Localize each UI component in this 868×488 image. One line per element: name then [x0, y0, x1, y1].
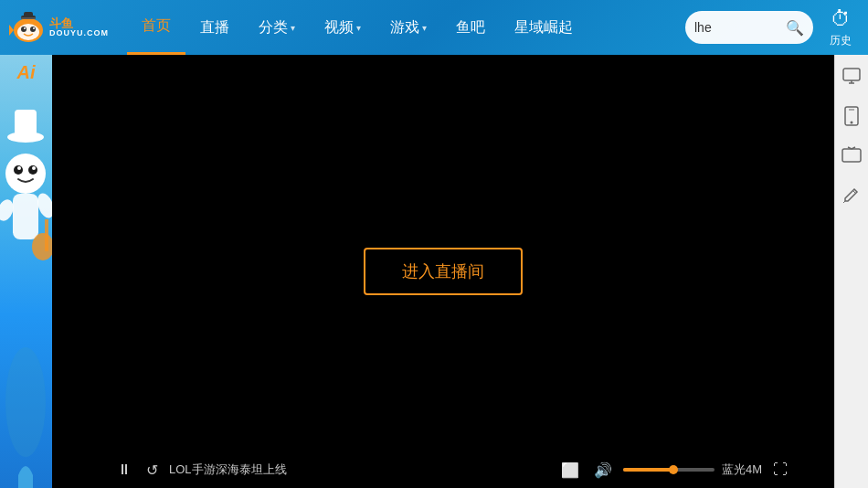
play-pause-icon[interactable]: ⏸: [113, 461, 135, 478]
main-content: Ai: [0, 55, 868, 488]
video-player: 进入直播间 ⏸ ↺ LOL手游深海泰坦上线 ⬜ 🔊 蓝光4M ⛶: [52, 55, 834, 488]
svg-line-32: [843, 201, 845, 203]
nav-item-home[interactable]: 首页: [127, 0, 185, 55]
edit-icon[interactable]: [839, 182, 864, 207]
enter-room-button[interactable]: 进入直播间: [364, 248, 523, 295]
svg-point-21: [5, 347, 46, 457]
nav-item-category[interactable]: 分类 ▾: [244, 0, 310, 55]
video-dropdown-arrow: ▾: [356, 23, 361, 33]
nav-item-fishbar[interactable]: 鱼吧: [441, 0, 500, 55]
search-area: 🔍: [685, 11, 813, 44]
volume-dot: [669, 465, 678, 474]
screenshot-icon[interactable]: ⬜: [557, 461, 583, 479]
category-dropdown-arrow: ▾: [291, 23, 295, 33]
svg-rect-28: [842, 149, 861, 162]
svg-point-5: [33, 27, 35, 29]
svg-rect-8: [21, 17, 36, 19]
nav-item-video[interactable]: 视频 ▾: [310, 0, 376, 55]
svg-point-4: [24, 27, 26, 29]
right-sidebar: [834, 55, 868, 488]
refresh-icon[interactable]: ↺: [143, 461, 162, 479]
volume-icon[interactable]: 🔊: [590, 461, 616, 479]
header: 斗鱼 DOUYU.COM 首页 直播 分类 ▾ 视频 ▾ 游戏 ▾ 鱼吧 星域崛…: [0, 0, 868, 55]
svg-rect-16: [13, 194, 38, 239]
player-controls: ⏸ ↺ LOL手游深海泰坦上线 ⬜ 🔊 蓝光4M ⛶: [104, 451, 800, 488]
svg-point-14: [17, 166, 21, 170]
svg-point-3: [30, 27, 36, 32]
stream-title: LOL手游深海泰坦上线: [169, 461, 550, 478]
douyu-fish-icon: [9, 8, 48, 47]
douyu-logo[interactable]: 斗鱼 DOUYU.COM: [9, 8, 109, 47]
svg-point-2: [21, 27, 26, 32]
quality-label[interactable]: 蓝光4M: [722, 461, 762, 478]
svg-point-15: [32, 166, 36, 170]
nav-item-live[interactable]: 直播: [185, 0, 244, 55]
controls-right: ⬜ 🔊 蓝光4M ⛶: [557, 461, 791, 479]
svg-point-1: [17, 24, 39, 40]
tv-icon[interactable]: [839, 143, 864, 168]
logo-text: 斗鱼 DOUYU.COM: [49, 17, 109, 37]
volume-bar[interactable]: [623, 468, 715, 472]
volume-fill: [623, 468, 673, 472]
search-icon[interactable]: 🔍: [786, 19, 804, 37]
mobile-icon[interactable]: [839, 103, 864, 129]
search-input[interactable]: [694, 20, 786, 35]
svg-rect-10: [15, 110, 37, 139]
nav-item-stardomain[interactable]: 星域崛起: [500, 0, 587, 55]
history-icon: ⏱: [831, 7, 851, 31]
svg-rect-7: [24, 12, 33, 18]
svg-rect-20: [45, 219, 48, 251]
history-button[interactable]: ⏱ 历史: [822, 7, 859, 48]
history-label: 历史: [830, 33, 852, 48]
svg-rect-22: [843, 69, 860, 80]
game-dropdown-arrow: ▾: [422, 23, 427, 33]
banner-character-svg: [0, 55, 52, 488]
svg-point-11: [5, 154, 46, 194]
fullscreen-icon[interactable]: ⛶: [769, 461, 791, 478]
left-banner: Ai: [0, 55, 52, 488]
main-nav: 首页 直播 分类 ▾ 视频 ▾ 游戏 ▾ 鱼吧 星域崛起: [127, 0, 685, 55]
nav-item-game[interactable]: 游戏 ▾: [376, 0, 441, 55]
svg-point-26: [851, 122, 853, 124]
logo-area: 斗鱼 DOUYU.COM: [9, 8, 109, 47]
monitor-icon[interactable]: [839, 64, 864, 90]
